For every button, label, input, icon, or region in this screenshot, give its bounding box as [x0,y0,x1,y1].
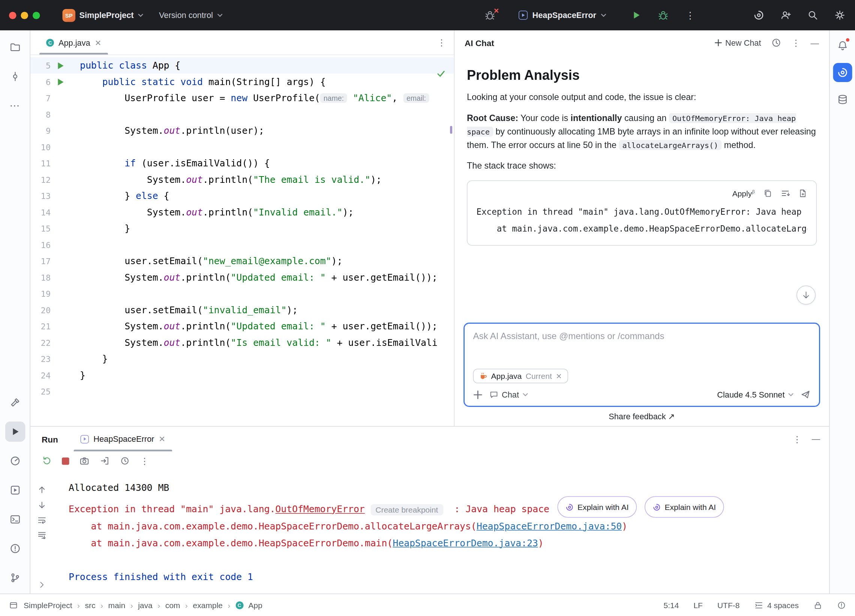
restore-layout-icon[interactable] [100,456,110,466]
breadcrumb-item[interactable]: App [248,601,262,610]
run-more-icon[interactable]: ⋮ [793,434,802,445]
debugger-muted-icon[interactable]: ✕ [484,9,496,21]
caret-position[interactable]: 5:14 [664,601,679,610]
commit-tool-button[interactable] [5,66,25,87]
stack-trace-link[interactable]: HeapSpaceErrorDemo.java:23 [392,538,538,549]
chat-history-icon[interactable] [771,38,781,48]
line-separator[interactable]: LF [693,601,703,610]
scroll-up-icon[interactable] [37,485,46,495]
history-icon[interactable] [120,456,130,466]
run-tab-heapspaceerror[interactable]: HeapSpaceError ✕ [74,427,172,451]
file-encoding[interactable]: UTF-8 [717,601,740,610]
terminal-tool-button[interactable] [5,509,25,529]
more-actions-button[interactable]: ⋮ [684,9,696,21]
soft-wrap-icon[interactable] [37,515,46,525]
close-tab-icon[interactable]: ✕ [95,38,102,47]
thread-dump-icon[interactable] [80,456,90,466]
expand-console-icon[interactable] [37,581,46,589]
services-tool-button[interactable] [5,480,25,500]
chat-mode-selector[interactable]: Chat [489,390,528,399]
new-file-icon[interactable] [798,189,808,198]
chat-more-icon[interactable]: ⋮ [792,37,801,48]
run-config-selector[interactable]: HeapSpaceError [519,11,606,20]
editor-options-icon[interactable]: ⋮ [437,37,446,48]
minimize-window-button[interactable] [21,12,29,19]
debug-button[interactable] [657,9,670,21]
share-feedback-link[interactable]: Share feedback ↗ [455,407,829,426]
project-selector[interactable]: SP SimpleProject [63,9,144,22]
close-window-button[interactable] [9,12,17,19]
project-tool-button[interactable] [5,37,25,57]
scroll-to-end-icon[interactable] [37,530,46,540]
ai-assistant-icon[interactable] [752,9,765,21]
run-line-icon[interactable] [58,78,64,85]
more-tool-windows-button[interactable]: ⋯ [5,96,25,116]
new-chat-button[interactable]: New Chat [714,38,761,47]
console-line: Allocated 14300 MB [69,480,829,497]
add-user-icon[interactable] [780,9,792,21]
readonly-lock-icon[interactable] [814,601,822,610]
breadcrumb-separator: › [77,601,80,610]
code-line: 13 } else { [31,188,454,204]
insert-at-caret-icon[interactable] [781,189,790,198]
stack-trace-link[interactable]: HeapSpaceErrorDemo.java:50 [477,521,622,532]
notifications-bell-icon[interactable] [833,36,852,55]
send-icon[interactable] [801,390,811,400]
code-text: if (user.isEmailValid()) { [71,155,454,171]
apply-button[interactable]: Applyβ [732,189,755,198]
vcs-widget[interactable]: Version control [159,11,222,20]
statusbar: SimpleProject›src›main›java›com›example›… [0,593,855,616]
editor-scrollbar-thumb[interactable] [450,126,452,134]
console-output[interactable]: Allocated 14300 MBException in thread "m… [53,471,829,594]
profiler-tool-button[interactable] [5,451,25,471]
hide-run-icon[interactable]: — [812,434,820,445]
tab-app-java[interactable]: C App.java ✕ [39,31,108,55]
run-line-icon[interactable] [58,62,64,69]
settings-gear-icon[interactable] [834,9,846,21]
ai-chat-panel: AI Chat New Chat ⋮ — Problem Analysis Lo… [455,31,829,426]
build-tool-button[interactable] [5,392,25,413]
run-toolbar-more-icon[interactable]: ⋮ [140,456,149,466]
code-line: 18 System.out.println("Updated email: " … [31,269,454,286]
stop-button[interactable] [62,457,69,465]
model-selector[interactable]: Claude 4.5 Sonnet [717,390,794,399]
breadcrumb-item[interactable]: SimpleProject [24,601,72,610]
breadcrumb-item[interactable]: src [85,601,96,610]
stack-trace-link[interactable]: OutOfMemoryError [275,504,365,515]
ai-input-box[interactable]: Ask AI Assistant, use @mentions or /comm… [463,323,820,407]
search-icon[interactable] [807,9,819,21]
scroll-to-bottom-button[interactable] [797,286,816,305]
version-control-tool-button[interactable] [5,568,25,588]
breadcrumb-item[interactable]: com [165,601,180,610]
inlay-hint[interactable]: name: [320,93,347,103]
hide-chat-icon[interactable]: — [811,38,820,47]
scroll-down-icon[interactable] [37,500,46,510]
inlay-hint[interactable]: email: [403,93,429,103]
breadcrumb-item[interactable]: example [193,601,222,610]
code-editor[interactable]: 5public class App {6 public static void … [31,55,454,426]
run-button[interactable] [630,9,642,21]
run-tool-button[interactable] [5,422,25,442]
code-line: 7 UserProfile user = new UserProfile(nam… [31,90,454,106]
breadcrumb-item[interactable]: main [108,601,126,610]
ai-chat-tool-button[interactable] [833,63,852,82]
breadcrumb-item[interactable]: java [138,601,153,610]
inspections-ok-icon[interactable] [436,69,446,79]
explain-with-ai-button[interactable]: Explain with AI [645,497,724,518]
add-context-icon[interactable] [473,390,483,399]
stack-trace-line: at main.java.com.example.demo.HeapSpaceE… [477,220,808,237]
chat-paragraph: Root Cause: Your code is intentionally c… [467,111,817,152]
indent-widget[interactable]: 4 spaces [754,601,799,610]
database-tool-button[interactable] [833,90,852,109]
java-class-icon: C [236,601,244,609]
problems-indicator-icon[interactable] [837,601,846,610]
zoom-window-button[interactable] [33,12,40,19]
copy-icon[interactable] [763,189,772,198]
remove-chip-icon[interactable]: ✕ [556,372,562,380]
context-chip-app-java[interactable]: App.java Current ✕ [473,369,568,383]
close-run-tab-icon[interactable]: ✕ [159,435,165,444]
problems-tool-button[interactable] [5,538,25,559]
rerun-button[interactable] [41,456,52,466]
create-breakpoint-hint[interactable]: Create breakpoint [371,504,443,515]
explain-with-ai-button[interactable]: Explain with AI [557,497,637,518]
